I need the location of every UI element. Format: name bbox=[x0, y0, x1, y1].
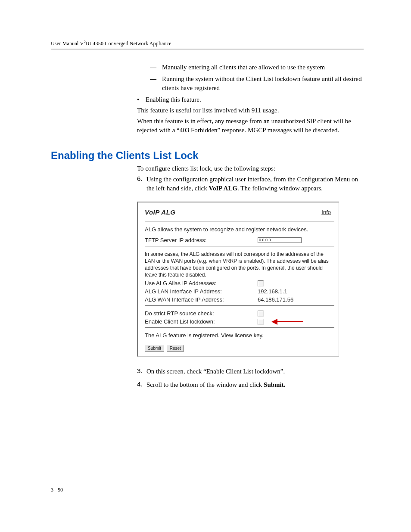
dash-text: Manually entering all clients that are a… bbox=[162, 63, 325, 72]
step-number: 6. bbox=[137, 175, 146, 193]
dash-item: — Manually entering all clients that are… bbox=[150, 63, 364, 72]
wan-value: 64.186.171.56 bbox=[258, 296, 293, 303]
lockdown-checkbox[interactable] bbox=[258, 319, 264, 325]
step-text: Scroll to the bottom of the window and c… bbox=[146, 381, 264, 388]
step-bold: VoIP ALG bbox=[209, 185, 238, 192]
alias-checkbox[interactable] bbox=[258, 280, 264, 286]
paragraph: When this feature is in effect, any mess… bbox=[137, 117, 364, 135]
header-text: User Manual V2IU 4350 Converged Network … bbox=[51, 40, 171, 47]
panel-title: VoIP ALG bbox=[145, 208, 176, 216]
lan-label: ALG LAN Interface IP Address: bbox=[145, 288, 258, 295]
license-key-link[interactable]: license key bbox=[235, 332, 262, 339]
submit-button[interactable]: Submit bbox=[145, 345, 164, 352]
bullet-text: Enabling this feature. bbox=[146, 95, 201, 104]
rtp-checkbox[interactable] bbox=[258, 311, 264, 317]
license-prefix: The ALG feature is registered. View bbox=[145, 332, 235, 339]
step-number: 4. bbox=[137, 380, 146, 389]
voip-alg-screenshot: VoIP ALG Info ALG allows the system to r… bbox=[137, 202, 339, 357]
lan-value: 192.168.1.1 bbox=[258, 288, 287, 295]
reset-button[interactable]: Reset bbox=[167, 345, 184, 352]
panel-description: ALG allows the system to recognize and r… bbox=[145, 226, 333, 233]
running-header: User Manual V2IU 4350 Converged Network … bbox=[51, 40, 364, 50]
page-number: 3 - 50 bbox=[51, 487, 63, 493]
wan-label: ALG WAN Interface IP Address: bbox=[145, 296, 258, 303]
dash-item: — Running the system without the Client … bbox=[150, 75, 364, 93]
alias-label: Use ALG Alias IP Addresses: bbox=[145, 280, 258, 286]
step-4: 4. Scroll to the bottom of the window an… bbox=[137, 380, 364, 389]
step-text: . The following window appears. bbox=[237, 185, 323, 192]
alias-note: In some cases, the ALG addresses will no… bbox=[145, 251, 333, 279]
step-bold: Submit. bbox=[264, 381, 285, 388]
step-6: 6. Using the configuration graphical use… bbox=[137, 175, 364, 193]
dash-marker: — bbox=[150, 75, 162, 93]
step-3: 3. On this screen, check “Enable Client … bbox=[137, 367, 364, 376]
lockdown-label: Enable Client List lockdown: bbox=[145, 318, 258, 325]
section-heading: Enabling the Clients List Lock bbox=[51, 149, 364, 162]
step-text: On this screen, check “Enable Client Lis… bbox=[146, 367, 285, 376]
step-number: 3. bbox=[137, 367, 146, 376]
bullet-item: • Enabling this feature. bbox=[137, 95, 364, 104]
paragraph: This feature is useful for lists involve… bbox=[137, 106, 364, 115]
tftp-input[interactable]: 0.0.0.0 bbox=[258, 237, 302, 243]
tftp-label: TFTP Server IP address: bbox=[145, 237, 258, 243]
callout-arrow bbox=[271, 319, 303, 325]
bullet-marker: • bbox=[137, 95, 146, 104]
license-suffix: . bbox=[262, 332, 264, 339]
dash-text: Running the system without the Client Li… bbox=[162, 75, 364, 93]
intro-text: To configure clients list lock, use the … bbox=[137, 164, 364, 173]
license-text: The ALG feature is registered. View lice… bbox=[145, 332, 339, 339]
rtp-label: Do strict RTP source check: bbox=[145, 310, 258, 317]
info-link[interactable]: Info bbox=[321, 209, 331, 215]
dash-marker: — bbox=[150, 63, 162, 72]
